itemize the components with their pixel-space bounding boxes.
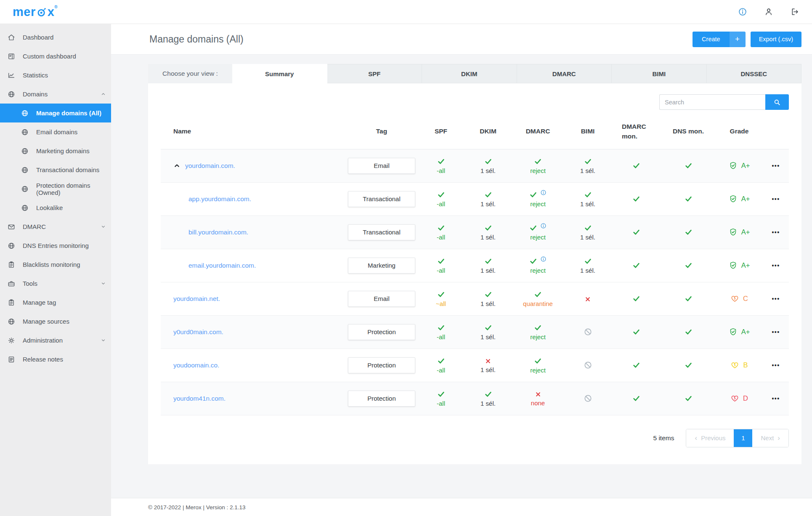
export-csv-button[interactable]: Export (.csv) (751, 32, 801, 47)
dns-mon-status (661, 195, 716, 203)
dkim-status: 1 sél. (464, 324, 512, 340)
dns-mon-status (661, 361, 716, 369)
dmarc-status: quarantine (512, 290, 564, 307)
tag-cell: Email (346, 158, 417, 174)
pagination-previous-button[interactable]: ‹ Previous (686, 429, 734, 447)
info-icon[interactable] (540, 256, 547, 262)
domain-link[interactable]: email.yourdomain.com. (188, 262, 256, 269)
search-input[interactable] (659, 94, 765, 110)
grade-badge: B (716, 361, 763, 370)
check-icon (685, 328, 693, 336)
search-row (161, 83, 789, 115)
table-body: yourdomain.com.Email-all1 sél.reject1 sé… (161, 149, 789, 415)
grade-badge: A+ (716, 161, 763, 170)
sidebar-item-dmarc[interactable]: DMARC (0, 217, 111, 236)
brand-logo[interactable]: mer x ® (13, 6, 58, 18)
search-button[interactable] (765, 94, 789, 110)
info-icon[interactable] (738, 7, 747, 16)
domain-link[interactable]: bill.yourdomain.com. (188, 229, 248, 236)
name-cell: yourdom41n.com. (161, 395, 346, 402)
spf-status: -all (417, 157, 464, 174)
domain-link[interactable]: youdoomain.co. (173, 362, 219, 369)
check-icon (632, 295, 640, 303)
sidebar-item-label: Statistics (23, 72, 48, 79)
dkim-status: 1 sél. (464, 390, 512, 407)
dkim-value: 1 sél. (480, 267, 496, 274)
home-icon (7, 33, 16, 42)
sidebar-item-custom-dashboard[interactable]: Custom dashboard (0, 47, 111, 66)
bimi-status: 1 sél. (564, 257, 611, 274)
dmarc-mon-status (611, 228, 661, 236)
check-icon (632, 261, 640, 269)
row-menu-button[interactable]: ••• (772, 162, 780, 169)
domain-link[interactable]: yourdomain.net. (173, 295, 220, 303)
grade-letter: C (743, 295, 748, 303)
sidebar-item-protection-domains-owned[interactable]: Protection domains (Owned) (0, 179, 111, 198)
row-menu-button[interactable]: ••• (772, 262, 780, 269)
sidebar-item-label: Protection domains (Owned) (36, 182, 111, 196)
sidebar-item-label: DNS Entries monitoring (23, 242, 89, 249)
chart-icon (7, 71, 16, 80)
tab-bimi[interactable]: BIMI (612, 64, 707, 83)
tab-dmarc[interactable]: DMARC (517, 64, 612, 83)
page-body: Choose your view : SummarySPFDKIMDMARCBI… (111, 55, 812, 498)
tag-cell: Protection (346, 391, 417, 407)
row-menu-button[interactable]: ••• (772, 395, 780, 402)
tab-summary[interactable]: Summary (232, 64, 327, 83)
sidebar-item-domains[interactable]: Domains (0, 85, 111, 104)
logout-icon[interactable] (790, 7, 799, 16)
spf-status: -all (417, 191, 464, 207)
spf-value: -all (437, 367, 445, 374)
table-row-bill-yourdomain-com: bill.yourdomain.com.Transactional-all1 s… (161, 216, 789, 249)
domain-link[interactable]: y0urd0main.com. (173, 328, 223, 336)
sidebar-item-manage-sources[interactable]: Manage sources (0, 312, 111, 331)
notes-icon (7, 355, 16, 364)
tab-dkim[interactable]: DKIM (422, 64, 517, 83)
sidebar-item-label: Marketing domains (36, 147, 90, 154)
row-menu-button[interactable]: ••• (772, 329, 780, 335)
row-menu-button[interactable]: ••• (772, 362, 780, 369)
domain-link[interactable]: yourdomain.com. (185, 162, 235, 170)
sidebar-item-lookalike[interactable]: Lookalike (0, 198, 111, 217)
broken-heart-icon (730, 361, 739, 370)
pagination: ‹ Previous 1 Next › (686, 429, 789, 447)
pagination-page-1[interactable]: 1 (734, 429, 752, 447)
tab-dnssec[interactable]: DNSSEC (707, 64, 802, 83)
info-icon[interactable] (540, 223, 547, 229)
check-icon (534, 290, 542, 298)
briefcase-icon (7, 279, 16, 288)
grade-letter: A+ (741, 162, 750, 170)
sidebar-item-administration[interactable]: Administration (0, 331, 111, 350)
sidebar-item-dashboard[interactable]: Dashboard (0, 28, 111, 47)
domain-link[interactable]: yourdom41n.com. (173, 395, 226, 402)
sidebar-item-tools[interactable]: Tools (0, 274, 111, 293)
user-icon[interactable] (764, 7, 773, 16)
previous-label: Previous (701, 434, 725, 442)
sidebar-item-manage-tag[interactable]: Manage tag (0, 293, 111, 312)
sidebar-item-manage-domains-all[interactable]: Manage domains (All) (0, 104, 111, 122)
dkim-value: 1 sél. (480, 234, 496, 241)
pagination-next-button[interactable]: Next › (752, 429, 788, 447)
row-menu-button[interactable]: ••• (772, 196, 780, 202)
tab-spf[interactable]: SPF (327, 64, 422, 83)
sidebar-item-blacklists-monitoring[interactable]: Blacklists monitoring (0, 255, 111, 274)
collapse-row-button[interactable] (173, 162, 180, 169)
sidebar-item-statistics[interactable]: Statistics (0, 66, 111, 85)
brand-text-pre: mer (13, 6, 36, 18)
sidebar-item-transactional-domains[interactable]: Transactional domains (0, 160, 111, 179)
create-button[interactable]: Create + (693, 32, 746, 47)
spf-status: -all (417, 224, 464, 241)
row-menu-button[interactable]: ••• (772, 229, 780, 236)
sidebar-item-release-notes[interactable]: Release notes (0, 350, 111, 369)
column-header-dmarc-mon: DMARC mon. (611, 122, 661, 141)
domain-link[interactable]: app.yourdomain.com. (188, 195, 251, 203)
sidebar-item-label: Manage tag (23, 299, 56, 306)
sidebar-item-marketing-domains[interactable]: Marketing domains (0, 141, 111, 160)
grade-badge: A+ (716, 194, 763, 203)
info-icon[interactable] (540, 189, 547, 196)
sidebar-item-email-domains[interactable]: Email domains (0, 122, 111, 141)
row-menu-button[interactable]: ••• (772, 295, 780, 302)
sidebar-item-dns-entries-monitoring[interactable]: DNS Entries monitoring (0, 236, 111, 255)
check-icon (437, 290, 445, 298)
bimi-status: 1 sél. (564, 224, 611, 241)
